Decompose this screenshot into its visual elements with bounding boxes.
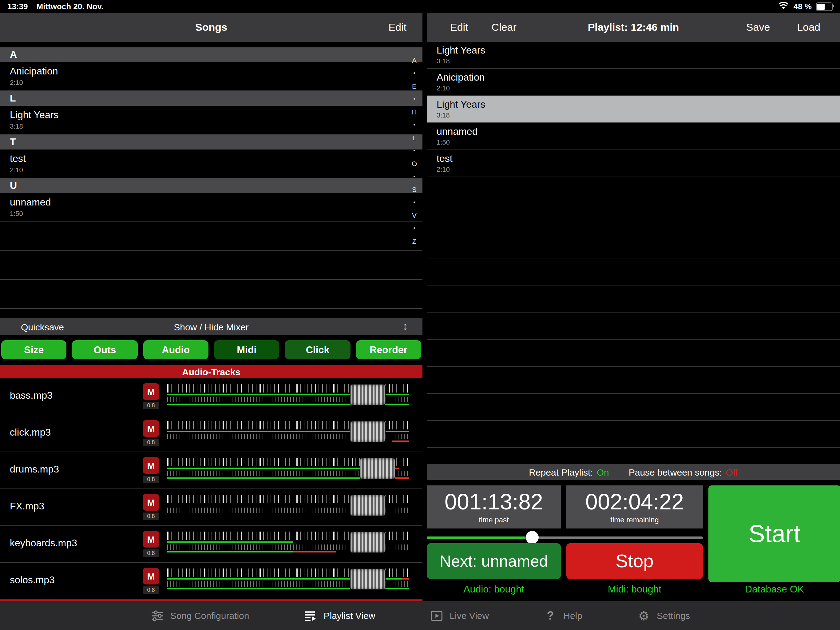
- track-volume-value: 0.8: [143, 513, 159, 520]
- level-green-bottom: [167, 477, 382, 479]
- index-dot[interactable]: •: [413, 226, 415, 231]
- playlist-save-button[interactable]: Save: [746, 21, 770, 33]
- tab-help[interactable]: ?Help: [543, 608, 583, 623]
- stop-button[interactable]: Stop: [566, 543, 703, 579]
- track-row: FX.mp3M0.8: [0, 489, 422, 526]
- mute-group: M0.8: [143, 494, 159, 520]
- volume-fader[interactable]: [167, 495, 409, 518]
- fader-handle[interactable]: [350, 532, 385, 553]
- song-section-header: U: [0, 179, 422, 193]
- playlist-song-duration: 3:18: [437, 57, 830, 65]
- mixer-buttons: SizeOutsAudioMidiClickReorder: [0, 335, 422, 359]
- index-letter-H[interactable]: H: [412, 109, 417, 116]
- fader-handle[interactable]: [350, 495, 385, 516]
- playlist-row[interactable]: test2:10: [427, 150, 840, 177]
- mute-button[interactable]: M: [143, 531, 159, 548]
- mute-button[interactable]: M: [143, 420, 159, 437]
- mixer-button-midi[interactable]: Midi: [214, 340, 279, 359]
- playlist-panel: Edit Clear Playlist: 12:46 min Save Load…: [427, 13, 840, 601]
- mute-group: M0.8: [143, 568, 159, 594]
- song-section-header: A: [0, 47, 422, 62]
- songs-list: AAnicipation2:10LLight Years3:18Ttest2:1…: [0, 47, 422, 318]
- index-dot[interactable]: •: [413, 71, 415, 76]
- index-letter-S[interactable]: S: [412, 187, 417, 193]
- volume-fader[interactable]: [167, 532, 409, 555]
- mute-button[interactable]: M: [143, 568, 159, 584]
- time-past-display: 001:13:82 time past: [427, 486, 561, 529]
- updown-arrow-icon[interactable]: ↕: [403, 321, 408, 333]
- mute-button[interactable]: M: [143, 383, 159, 400]
- tab-settings[interactable]: ⚙Settings: [636, 608, 690, 623]
- index-dot[interactable]: •: [413, 175, 415, 179]
- next-button[interactable]: Next: unnamed: [427, 543, 561, 579]
- track-name: click.mp3: [10, 427, 51, 438]
- fader-handle[interactable]: [360, 458, 396, 479]
- song-row[interactable]: Anicipation2:10: [0, 62, 422, 91]
- track-volume-value: 0.8: [143, 402, 159, 409]
- time-remaining-display: 002:04:22 time remaining: [566, 486, 703, 529]
- time-past-value: 001:13:82: [445, 490, 543, 513]
- index-letter-V[interactable]: V: [412, 212, 417, 219]
- songs-edit-button[interactable]: Edit: [388, 21, 406, 33]
- mixer-button-reorder[interactable]: Reorder: [356, 340, 421, 359]
- tracks-list: bass.mp3M0.8click.mp3M0.8drums.mp3M0.8FX…: [0, 378, 422, 601]
- tab-playlist-view[interactable]: Playlist View: [303, 608, 376, 623]
- playlist-song-title: Light Years: [437, 45, 830, 56]
- mixer-button-outs[interactable]: Outs: [72, 340, 138, 359]
- pause-between-songs-label: Pause between songs:: [629, 467, 722, 477]
- index-dot[interactable]: •: [413, 123, 415, 127]
- index-letter-O[interactable]: O: [412, 161, 417, 167]
- repeat-playlist-value[interactable]: On: [597, 467, 609, 477]
- mixer-button-audio[interactable]: Audio: [143, 340, 208, 359]
- track-volume-value: 0.8: [143, 586, 159, 594]
- tab-label: Playlist View: [324, 610, 376, 621]
- song-row[interactable]: Light Years3:18: [0, 106, 422, 135]
- progress-fill: [427, 537, 532, 539]
- index-letter-Z[interactable]: Z: [412, 238, 416, 245]
- start-button[interactable]: Start: [708, 486, 840, 582]
- tab-live-view[interactable]: Live View: [429, 608, 489, 623]
- mixer-button-click[interactable]: Click: [285, 340, 351, 359]
- volume-fader[interactable]: [167, 458, 409, 481]
- playlist-row[interactable]: Light Years3:18: [427, 96, 840, 123]
- index-dot[interactable]: •: [413, 201, 415, 205]
- index-letter-A[interactable]: A: [412, 57, 417, 64]
- index-dot[interactable]: •: [413, 97, 415, 101]
- fader-handle[interactable]: [350, 568, 385, 590]
- volume-fader[interactable]: [167, 384, 409, 407]
- track-row: keyboards.mp3M0.8: [0, 526, 422, 563]
- progress-knob[interactable]: [526, 531, 538, 544]
- playlist-clear-button[interactable]: Clear: [492, 21, 516, 33]
- repeat-bar: Repeat Playlist: On Pause between songs:…: [427, 464, 840, 480]
- song-section-header: L: [0, 91, 422, 106]
- time-remaining-label: time remaining: [610, 515, 658, 524]
- playlist-row[interactable]: Anicipation2:10: [427, 69, 840, 96]
- mute-button[interactable]: M: [143, 494, 159, 511]
- track-name: keyboards.mp3: [10, 538, 77, 549]
- fader-handle[interactable]: [350, 384, 385, 405]
- playlist-song-duration: 2:10: [437, 84, 830, 92]
- playlist-song-title: test: [437, 153, 830, 164]
- index-letter-L[interactable]: L: [412, 135, 416, 141]
- mixer-button-size[interactable]: Size: [1, 340, 67, 359]
- alphabet-index: A•E•H•L•O•S•V•Z: [412, 57, 417, 245]
- play-icon: [429, 608, 444, 623]
- quicksave-button[interactable]: Quicksave: [21, 321, 64, 332]
- volume-fader[interactable]: [167, 421, 409, 444]
- song-row[interactable]: test2:10: [0, 149, 422, 179]
- volume-fader[interactable]: [167, 568, 409, 592]
- mute-button[interactable]: M: [143, 457, 159, 474]
- tab-song-configuration[interactable]: Song Configuration: [150, 608, 249, 623]
- index-letter-E[interactable]: E: [412, 83, 417, 90]
- fader-handle[interactable]: [350, 421, 385, 442]
- playlist-row[interactable]: Light Years3:18: [427, 42, 840, 69]
- playlist-edit-button[interactable]: Edit: [450, 21, 468, 33]
- playlist-load-button[interactable]: Load: [797, 21, 820, 33]
- empty-song-row: [0, 222, 422, 251]
- pause-between-songs-value[interactable]: Off: [726, 467, 737, 477]
- song-progress-slider[interactable]: [427, 531, 703, 544]
- song-row[interactable]: unnamed1:50: [0, 193, 422, 222]
- playlist-row[interactable]: unnamed1:50: [427, 123, 840, 150]
- song-section-header: T: [0, 135, 422, 149]
- index-dot[interactable]: •: [413, 149, 415, 153]
